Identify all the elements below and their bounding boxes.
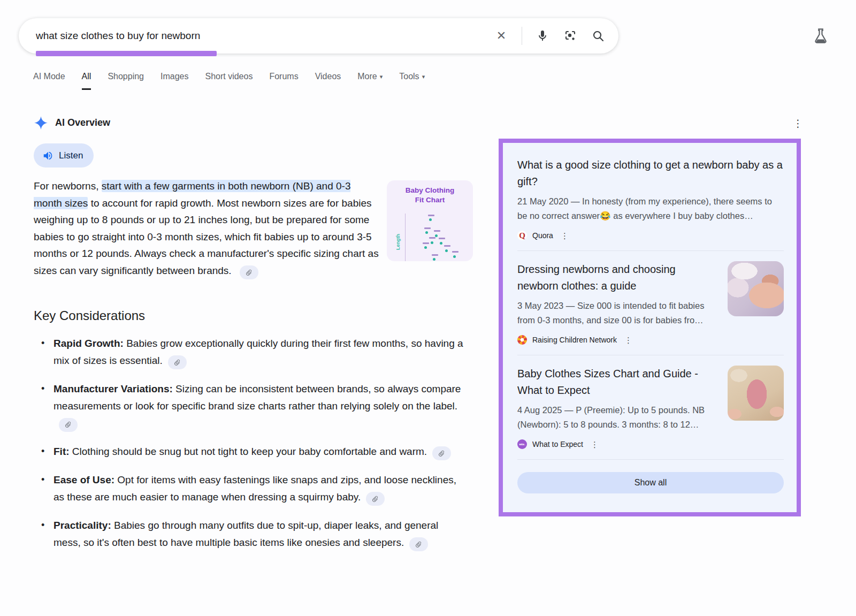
source-card-snippet: 3 May 2023 — Size 000 is intended to fit… [517,299,718,327]
source-card-snippet: 21 May 2020 — In honesty (from my experi… [517,194,784,223]
search-labs-button[interactable] [813,28,829,45]
list-item-rapid-growth: •Rapid Growth: Babies grow exceptionally… [34,335,467,369]
citation-chip[interactable] [59,418,78,432]
search-input[interactable] [36,30,494,42]
article-thumbnail[interactable] [728,366,784,421]
citation-chip[interactable] [432,446,451,460]
list-item-ease-of-use: •Ease of Use: Opt for items with easy fa… [34,471,467,506]
source-menu-button[interactable]: ⋮ [559,232,571,240]
results-tab-bar: AI Mode All Shopping Images Short videos… [33,72,425,90]
bullet-icon: • [41,471,44,489]
source-card-title[interactable]: What is a good size clothing to get a ne… [517,157,784,190]
paperclip-icon [63,420,73,429]
bullet-icon: • [41,335,44,352]
bullet-icon: • [41,517,44,534]
source-name: Raising Children Network [532,336,617,344]
listen-label: Listen [59,150,83,161]
close-icon: ✕ [496,30,506,42]
ai-overview-menu-button[interactable]: ⋮ [789,117,807,131]
speaker-icon [42,150,54,162]
source-card-snippet: 4 Aug 2025 — P (Preemie): Up to 5 pounds… [517,403,718,431]
tab-tools[interactable]: Tools ▾ [399,72,425,88]
raising-children-favicon [517,335,527,345]
fit-chart-y-label: Length [395,234,401,250]
ai-sparkle-icon [34,116,48,130]
flask-icon [813,28,829,45]
source-name: What to Expect [532,440,583,448]
source-menu-button[interactable]: ⋮ [622,336,635,344]
query-annotation-underline [36,51,217,56]
search-submit-button[interactable] [591,28,606,43]
paragraph-prefix: For newborns, [34,180,102,192]
source-card-title[interactable]: Dressing newborns and choosing newborn c… [517,261,718,294]
voice-search-button[interactable] [535,28,550,43]
chevron-down-icon: ▾ [380,73,383,80]
source-name: Quora [532,231,553,240]
fit-chart-title: Baby Clothing Fit Chart [387,186,473,205]
citation-chip[interactable] [168,355,187,369]
list-item-manufacturer-variations: •Manufacturer Variations: Sizing can be … [34,381,467,432]
clear-search-button[interactable]: ✕ [494,28,509,43]
fit-chart-plot: Length [405,211,469,261]
ai-overview-title: AI Overview [55,117,110,128]
citation-chip[interactable] [240,265,258,279]
list-item-fit: •Fit: Clothing should be snug but not ti… [34,443,467,461]
source-card-raising-children: Dressing newborns and choosing newborn c… [517,261,784,345]
search-bar-divider [522,27,522,45]
search-bar: ✕ [19,18,618,54]
microphone-icon [536,29,549,42]
source-card-what-to-expect: Baby Clothes Sizes Chart and Guide - Wha… [517,366,784,449]
source-card-quora: What is a good size clothing to get a ne… [517,157,784,240]
source-card-title[interactable]: Baby Clothes Sizes Chart and Guide - Wha… [517,366,718,399]
card-divider [517,355,784,355]
article-thumbnail[interactable] [728,261,784,316]
source-menu-button[interactable]: ⋮ [588,440,601,448]
show-all-button[interactable]: Show all [517,472,784,493]
chevron-down-icon: ▾ [422,73,425,80]
key-considerations-list: •Rapid Growth: Babies grow exceptionally… [34,335,467,562]
citation-chip[interactable] [409,537,428,551]
lens-search-button[interactable] [563,28,578,43]
ai-overview-header: AI Overview [34,116,110,130]
tab-ai-mode[interactable]: AI Mode [33,72,65,88]
quora-favicon: Q [517,231,527,240]
fit-chart-thumbnail[interactable]: Baby Clothing Fit Chart Length [387,180,473,261]
citation-chip[interactable] [366,492,385,506]
bullet-icon: • [41,443,44,460]
paperclip-icon [244,268,254,277]
what-to-expect-favicon: wte. [517,439,527,449]
sources-panel: What is a good size clothing to get a ne… [499,139,801,516]
bullet-icon: • [41,381,44,398]
card-divider [517,459,784,460]
tab-short-videos[interactable]: Short videos [205,72,253,88]
paperclip-icon [414,539,424,549]
list-item-practicality: •Practicality: Babies go through many ou… [34,517,467,551]
search-icon [592,29,605,42]
tab-all[interactable]: All [82,72,91,90]
google-lens-icon [564,29,577,42]
fit-chart-y-axis [405,214,406,261]
tab-forums[interactable]: Forums [269,72,298,88]
section-heading: Key Considerations [34,308,145,323]
tab-shopping[interactable]: Shopping [108,72,144,88]
ai-overview-paragraph: For newborns, start with a few garments … [34,178,381,279]
card-divider [517,250,784,251]
tab-videos[interactable]: Videos [315,72,341,88]
paperclip-icon [370,494,380,504]
tab-more[interactable]: More ▾ [357,72,383,88]
tab-images[interactable]: Images [160,72,188,88]
listen-button[interactable]: Listen [34,143,94,168]
paperclip-icon [437,448,446,458]
paperclip-icon [172,358,182,367]
